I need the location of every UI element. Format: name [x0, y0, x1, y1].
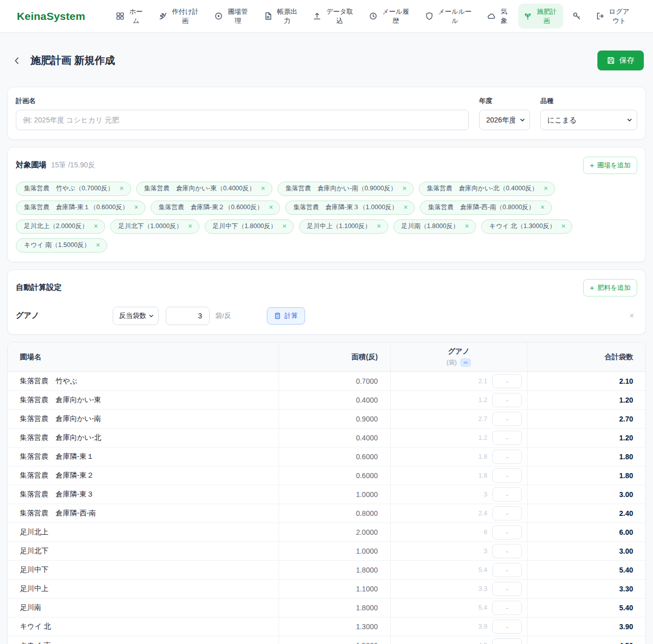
nav-item-report-output[interactable]: 帳票出力 [259, 4, 304, 29]
field-chip-label: キウイ 南（1.5000反） [24, 241, 90, 250]
bags-override-input[interactable] [492, 525, 522, 539]
bags-override-input[interactable] [492, 582, 522, 596]
total-bags-cell: 2.70 [528, 410, 645, 429]
field-name-cell: 集落営農 倉庫隣-東１ [8, 448, 279, 466]
bags-override-input[interactable] [492, 620, 522, 634]
chip-remove-icon[interactable]: × [119, 185, 123, 192]
area-cell: 1.1000 [279, 580, 390, 599]
calculate-button[interactable]: 計算 [267, 307, 305, 325]
chip-remove-icon[interactable]: × [188, 222, 192, 230]
variety-select[interactable]: にこまる [540, 110, 637, 130]
nav-items: ホーム作付け計画圃場管理帳票出力データ取込メール履歴メールルール気象施肥計画ログ… [111, 4, 636, 29]
nav-item-fertilization-plan[interactable]: 施肥計画 [518, 4, 563, 29]
calculated-bags-value: 1.2 [479, 397, 487, 404]
chip-remove-icon[interactable]: × [261, 185, 265, 192]
unit-label: 袋/反 [215, 311, 231, 320]
nav-item-label: 気象 [499, 7, 509, 25]
nav-item-weather[interactable]: 気象 [482, 4, 514, 29]
bags-override-input[interactable] [492, 544, 522, 558]
nav-item-label: 帳票出力 [276, 7, 298, 25]
bags-override-input[interactable] [492, 506, 522, 521]
chip-remove-icon[interactable]: × [283, 222, 287, 230]
field-chip: 足川中下（1.8000反）× [205, 219, 294, 234]
column-header-total-bags: 合計袋数 [528, 342, 645, 372]
nav-item-key[interactable] [567, 8, 586, 24]
calculated-bags-value: 6 [484, 529, 487, 536]
bags-override-input[interactable] [492, 638, 522, 644]
year-label: 年度 [479, 96, 530, 106]
chip-remove-icon[interactable]: × [94, 222, 98, 230]
table-row: 集落営農 倉庫向かい-東0.40001.21.20 [8, 391, 645, 410]
nav-item-label: ログアウト [608, 7, 631, 25]
field-chip-label: 足川南（1.8000反） [401, 222, 459, 231]
nav-item-mail-history[interactable]: メール履歴 [364, 4, 415, 29]
auto-calc-title: 自動計算設定 [16, 283, 62, 292]
field-chip: 集落営農 倉庫隣-東３（1.0000反）× [285, 201, 415, 215]
bags-override-input[interactable] [492, 412, 522, 426]
bags-override-input[interactable] [492, 601, 522, 615]
bags-override-input[interactable] [492, 487, 522, 502]
field-name-cell: 集落営農 倉庫向かい-東 [8, 391, 279, 410]
table-row: 足川北上2.000066.00 [8, 523, 645, 542]
top-navigation: KeinaSystem ホーム作付け計画圃場管理帳票出力データ取込メール履歴メー… [0, 0, 653, 33]
bags-override-input[interactable] [492, 563, 522, 577]
fertilizer-column-unit: (袋) [446, 358, 457, 367]
back-button[interactable] [9, 54, 24, 67]
chip-remove-icon[interactable]: × [404, 204, 408, 211]
chip-remove-icon[interactable]: × [540, 204, 544, 211]
field-chip: 集落営農 倉庫向かい-南（0.9000反）× [278, 182, 414, 196]
field-chip-label: 集落営農 倉庫隣-東１（0.6000反） [24, 203, 129, 212]
field-name-cell: 足川中下 [8, 561, 279, 580]
nav-item-field-management[interactable]: 圃場管理 [209, 4, 254, 29]
chip-remove-icon[interactable]: × [377, 222, 381, 230]
fertilizer-cell: 2.7 [390, 410, 528, 429]
bags-override-input[interactable] [492, 450, 522, 464]
chip-remove-icon[interactable]: × [96, 241, 100, 249]
plan-name-input[interactable] [16, 110, 469, 130]
add-field-button[interactable]: + 圃場を追加 [583, 157, 637, 174]
chip-remove-icon[interactable]: × [561, 222, 565, 230]
save-button[interactable]: 保存 [597, 51, 644, 70]
area-cell: 1.8000 [279, 561, 390, 580]
nav-item-home[interactable]: ホーム [111, 4, 149, 29]
nav-item-label: 施肥計画 [536, 7, 558, 25]
chip-remove-icon[interactable]: × [269, 204, 273, 211]
key-icon [572, 12, 581, 20]
nav-item-data-import[interactable]: データ取込 [308, 4, 359, 29]
chip-remove-icon[interactable]: × [403, 185, 407, 192]
field-name-cell: キウイ 南 [8, 636, 279, 644]
calc-mode-select[interactable]: 反当袋数 [113, 307, 159, 325]
year-select[interactable]: 2026年度 [479, 110, 530, 130]
auto-calc-row: グアノ 反当袋数 袋/反 計算 × [16, 307, 637, 325]
area-cell: 0.6000 [279, 448, 390, 466]
calculate-button-label: 計算 [285, 311, 298, 320]
total-bags-cell: 5.40 [528, 599, 645, 617]
table-row: キウイ 北1.30003.93.90 [8, 617, 645, 636]
table-row: 足川中下1.80005.45.40 [8, 561, 645, 580]
chip-remove-icon[interactable]: × [544, 185, 548, 192]
total-bags-cell: 2.10 [528, 372, 645, 391]
calculated-bags-value: 3 [484, 548, 487, 555]
plus-icon: + [590, 284, 594, 291]
bags-override-input[interactable] [492, 468, 522, 483]
nav-item-label: ホーム [128, 7, 144, 25]
bags-per-tan-input[interactable] [166, 307, 210, 325]
bags-override-input[interactable] [492, 431, 522, 445]
nav-item-cropping-plan[interactable]: 作付け計画 [154, 4, 205, 29]
area-cell: 1.0000 [279, 542, 390, 561]
add-fertilizer-button[interactable]: + 肥料を追加 [583, 279, 637, 296]
approx-badge[interactable]: ≃ [460, 358, 471, 367]
nav-item-label: 圃場管理 [227, 7, 249, 25]
bags-override-input[interactable] [492, 374, 522, 388]
chip-remove-icon[interactable]: × [465, 222, 469, 230]
area-cell: 0.9000 [279, 410, 390, 429]
area-cell: 1.3000 [279, 617, 390, 636]
bags-override-input[interactable] [492, 393, 522, 407]
remove-fertilizer-icon[interactable]: × [626, 310, 637, 321]
nav-item-mail-rules[interactable]: メールルール [420, 4, 478, 29]
calculator-icon [274, 312, 281, 319]
field-name-cell: 集落営農 竹やぶ [8, 372, 279, 391]
nav-item-logout[interactable]: ログアウト [591, 4, 636, 29]
table-row: 集落営農 倉庫隣-東２0.60001.81.80 [8, 466, 645, 485]
chip-remove-icon[interactable]: × [134, 204, 138, 211]
